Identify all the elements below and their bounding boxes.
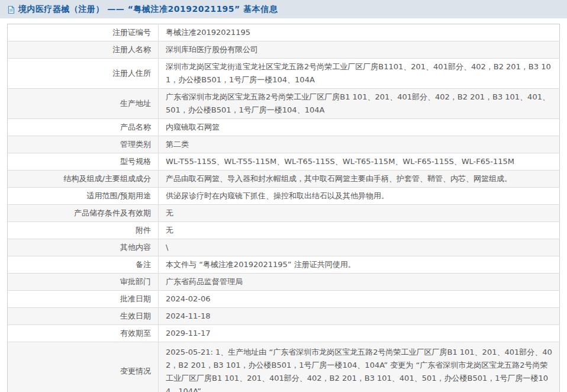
table-row: 有效期至2029-11-17 [8,325,560,342]
row-label-text: 管理类别 [120,140,151,149]
row-value: 广东省药品监督管理局 [159,274,560,291]
row-label-text: 型号规格 [120,157,151,166]
document-icon [7,5,15,14]
row-label: 变更情况 [8,342,159,392]
table-container: 注册证编号粤械注准20192021195注册人名称深圳库珀医疗股份有限公司注册人… [7,24,560,392]
row-label: 审批部门 [8,274,159,291]
row-label-text: 注册证编号 [112,28,151,37]
row-value: 广东省深圳市龙岗区宝龙五路2号尚荣工业厂区厂房B1 101、201、401部分、… [159,89,560,119]
row-label-text: 批准日期 [120,294,151,303]
page-title: 境内医疗器械（注册） —— “粤械注准20192021195” 基本信息 [18,4,278,15]
table-row: 注册证编号粤械注准20192021195 [8,24,560,41]
table-row: 适用范围/预期用途供泌尿诊疗时在内窥镜下抓住、操控和取出结石以及其他异物用。 [8,188,560,205]
table-row: 备注本文件与 “粤械注准20192021195” 注册证共同使用。 [8,256,560,274]
row-label: 备注 [8,256,159,274]
table-row: 产品名称内窥镜取石网篮 [8,119,560,136]
row-label-text: 其他内容 [120,243,151,252]
table-row: 注册人住所深圳市龙岗区宝龙街道宝龙社区宝龙五路2号尚荣工业厂区厂房B1101、2… [8,59,560,89]
table-row: 型号规格WL-T55-115S、WL-T55-115M、WL-T65-115S、… [8,153,560,171]
row-label-text: 注册人住所 [112,69,151,78]
row-label-text: 变更情况 [120,367,151,375]
row-label: 注册人住所 [8,59,159,89]
table-row: 管理类别第二类 [8,136,560,153]
row-label: 产品名称 [8,119,159,136]
registration-info-table: 注册证编号粤械注准20192021195注册人名称深圳库珀医疗股份有限公司注册人… [7,24,560,392]
row-label: 生产地址 [8,89,159,119]
row-label-text: 有效期至 [120,329,151,338]
row-label: 有效期至 [8,325,159,342]
table-row: 变更情况2025-05-21: 1、生产地址由 “广东省深圳市龙岗区宝龙五路2号… [8,342,560,392]
row-label: 管理类别 [8,136,159,153]
row-value: 2024-11-18 [159,308,560,325]
row-value: 供泌尿诊疗时在内窥镜下抓住、操控和取出结石以及其他异物用。 [159,188,560,205]
table-row: 生产地址广东省深圳市龙岗区宝龙五路2号尚荣工业厂区厂房B1 101、201、40… [8,89,560,119]
row-value: WL-T55-115S、WL-T55-115M、WL-T65-115S、WL-T… [159,153,560,171]
row-label: 批准日期 [8,291,159,308]
row-label-text: 生效日期 [120,311,151,320]
row-value: 本文件与 “粤械注准20192021195” 注册证共同使用。 [159,256,560,274]
row-label: 适用范围/预期用途 [8,188,159,205]
row-value: 内窥镜取石网篮 [159,119,560,136]
row-value: 粤械注准20192021195 [159,24,560,41]
row-label-text: 注册人名称 [112,45,151,54]
row-label: 其他内容 [8,239,159,256]
row-label-text: 生产地址 [120,99,151,108]
row-label-text: 结构及组成/主要组成成分 [64,174,151,183]
table-row: 注册人名称深圳库珀医疗股份有限公司 [8,41,560,59]
row-label-text: 审批部门 [120,277,151,286]
row-value: 无 [159,222,560,239]
row-value: 2025-05-21: 1、生产地址由 “广东省深圳市龙岗区宝龙五路2号尚荣工业… [159,342,560,392]
table-row: 其他内容\ [8,239,560,256]
table-row: 附件无 [8,222,560,239]
row-value: 深圳库珀医疗股份有限公司 [159,41,560,59]
row-value: 深圳市龙岗区宝龙街道宝龙社区宝龙五路2号尚荣工业厂区厂房B1101、201、40… [159,59,560,89]
row-value: 无 [159,205,560,222]
row-value: \ [159,239,560,256]
row-label: 生效日期 [8,308,159,325]
row-label-text: 备注 [136,260,151,269]
row-label: 结构及组成/主要组成成分 [8,171,159,188]
table-row: 审批部门广东省药品监督管理局 [8,274,560,291]
row-label-text: 适用范围/预期用途 [87,191,151,200]
page-header: 境内医疗器械（注册） —— “粤械注准20192021195” 基本信息 [0,0,567,18]
row-label-text: 产品储存条件及有效期 [74,208,151,217]
row-value: 第二类 [159,136,560,153]
row-label: 产品储存条件及有效期 [8,205,159,222]
row-value: 2024-02-06 [159,291,560,308]
row-value: 2029-11-17 [159,325,560,342]
table-row: 生效日期2024-11-18 [8,308,560,325]
row-label: 型号规格 [8,153,159,171]
row-label: 注册人名称 [8,41,159,59]
row-label: 附件 [8,222,159,239]
table-row: 产品储存条件及有效期无 [8,205,560,222]
row-value: 产品由取石网篮、导入器和封水帽组成，其中取石网篮主要由手柄、护套管、鞘管、内芯、… [159,171,560,188]
row-label-text: 产品名称 [120,123,151,131]
table-row: 批准日期2024-02-06 [8,291,560,308]
row-label-text: 附件 [136,226,151,234]
table-row: 结构及组成/主要组成成分产品由取石网篮、导入器和封水帽组成，其中取石网篮主要由手… [8,171,560,188]
row-label: 注册证编号 [8,24,159,41]
